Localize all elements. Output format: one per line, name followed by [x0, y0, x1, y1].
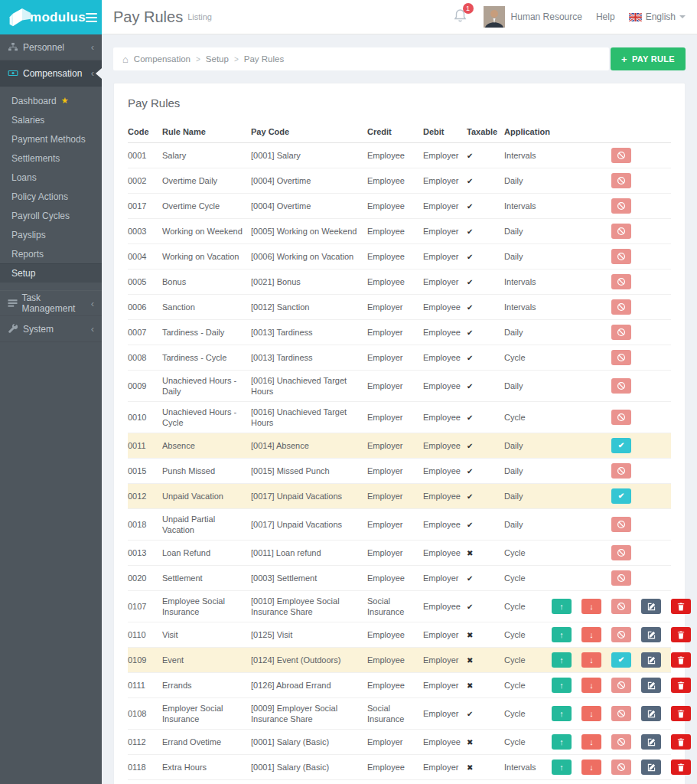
sidebar-item-task-management[interactable]: Task Management ‹: [0, 290, 102, 316]
move-down-button[interactable]: ↓: [581, 652, 601, 668]
breadcrumb-compensation[interactable]: Compensation: [134, 54, 191, 64]
cell-application: Cycle: [504, 622, 552, 648]
cell-credit: Employer: [367, 320, 423, 345]
taxable-x-icon: ✖: [467, 656, 473, 665]
cell-taxable: ✖: [467, 730, 504, 755]
edit-button[interactable]: [641, 652, 661, 668]
sidebar-subitem-payslips[interactable]: Payslips: [0, 225, 102, 244]
disable-button[interactable]: [611, 706, 631, 721]
move-up-button[interactable]: ↑: [552, 734, 572, 750]
disable-button[interactable]: [611, 249, 631, 264]
cell-rule-name: Unachieved Hours - Cycle: [162, 402, 251, 433]
column-header-pay-code: Pay Code: [251, 122, 367, 143]
disable-button[interactable]: [611, 760, 631, 775]
cell-credit: Employer: [367, 345, 423, 371]
disable-button[interactable]: [611, 274, 631, 289]
move-down-button[interactable]: ↓: [581, 734, 601, 750]
disable-button[interactable]: [611, 734, 631, 750]
disable-button[interactable]: [611, 198, 631, 214]
enable-button[interactable]: ✔: [611, 488, 631, 504]
move-up-button[interactable]: ↑: [552, 760, 572, 775]
disable-button[interactable]: [611, 224, 631, 239]
move-down-button[interactable]: ↓: [581, 678, 601, 693]
help-link[interactable]: Help: [596, 11, 615, 22]
cell-code: 0108: [128, 698, 162, 730]
delete-button[interactable]: [671, 599, 691, 614]
sidebar-subitem-dashboard[interactable]: Dashboard★: [0, 91, 102, 110]
disable-button[interactable]: [611, 350, 631, 365]
add-pay-rule-button[interactable]: + PAY RULE: [611, 47, 686, 70]
move-down-button[interactable]: ↓: [581, 599, 601, 614]
enable-button[interactable]: ✔: [611, 438, 631, 453]
disable-button[interactable]: [611, 325, 631, 340]
move-down-button[interactable]: ↓: [581, 627, 601, 642]
move-up-button[interactable]: ↑: [552, 627, 572, 642]
cell-pay-code: [0005] Working on Weekend: [251, 219, 367, 244]
sidebar-subitem-salaries[interactable]: Salaries: [0, 110, 102, 129]
sidebar-subitem-payment-methods[interactable]: Payment Methods: [0, 129, 102, 149]
cell-code: 0118: [128, 755, 162, 780]
delete-button[interactable]: [671, 627, 691, 642]
notifications-button[interactable]: 1: [454, 8, 470, 26]
enable-button[interactable]: ✔: [611, 652, 631, 668]
action-slot-empty: [552, 224, 572, 239]
sidebar-subitem-reports[interactable]: Reports: [0, 244, 102, 263]
user-menu[interactable]: Human Resource: [484, 6, 582, 28]
disable-button[interactable]: [611, 599, 631, 614]
table-row: 0107Employee Social Insurance[0010] Empl…: [128, 591, 671, 622]
action-slot-empty: [641, 224, 661, 239]
disable-button[interactable]: [611, 463, 631, 479]
cell-debit: Employee: [423, 591, 467, 622]
move-up-button[interactable]: ↑: [552, 706, 572, 721]
move-up-button[interactable]: ↑: [552, 678, 572, 693]
breadcrumb-setup[interactable]: Setup: [206, 54, 229, 64]
edit-button[interactable]: [641, 734, 661, 750]
delete-button[interactable]: [671, 652, 691, 668]
sidebar-item-compensation[interactable]: Compensation ‹: [0, 60, 102, 87]
disable-button[interactable]: [611, 173, 631, 188]
edit-button[interactable]: [641, 760, 661, 775]
disable-button[interactable]: [611, 378, 631, 394]
delete-button[interactable]: [671, 678, 691, 693]
sidebar-subitem-setup[interactable]: Setup: [0, 263, 102, 283]
edit-button[interactable]: [641, 678, 661, 693]
sidebar-item-system[interactable]: System ‹: [0, 316, 102, 342]
delete-button[interactable]: [671, 734, 691, 750]
modulus-logo[interactable]: modulus: [8, 6, 86, 29]
cell-pay-code: [0004] Overtime: [251, 194, 367, 219]
sidebar-subitem-payroll-cycles[interactable]: Payroll Cycles: [0, 206, 102, 225]
disable-button[interactable]: [611, 517, 631, 532]
table-row: 0006Sanction[0012] SanctionEmployerEmplo…: [128, 295, 671, 320]
cell-pay-code: [0017] Unpaid Vacations: [251, 509, 367, 541]
disable-button[interactable]: [611, 627, 631, 642]
cell-credit: Employee: [367, 622, 423, 648]
app-window: modulus Pay Rules Listing 1: [0, 0, 697, 784]
delete-button[interactable]: [671, 760, 691, 775]
disable-button[interactable]: [611, 410, 631, 425]
edit-button[interactable]: [641, 706, 661, 721]
move-up-button[interactable]: ↑: [552, 652, 572, 668]
cell-pay-code: [0014] Absence: [251, 433, 367, 459]
sidebar-subitem-loans[interactable]: Loans: [0, 168, 102, 187]
cell-pay-code: [0016] Unachieved Target Hours: [251, 371, 367, 402]
move-up-button[interactable]: ↑: [552, 599, 572, 614]
delete-button[interactable]: [671, 706, 691, 721]
disable-button[interactable]: [611, 678, 631, 693]
move-down-button[interactable]: ↓: [581, 706, 601, 721]
sidebar-subitem-settlements[interactable]: Settlements: [0, 149, 102, 168]
table-row: 0112Errand Ovetime[0001] Salary (Basic)E…: [128, 730, 671, 755]
edit-button[interactable]: [641, 599, 661, 614]
sidebar-subitem-policy-actions[interactable]: Policy Actions: [0, 187, 102, 206]
sidebar-toggle-icon[interactable]: [86, 13, 97, 22]
cell-pay-code: [0124] Event (Outdoors): [251, 648, 367, 673]
sidebar-item-personnel[interactable]: Personnel ‹: [0, 34, 102, 60]
language-selector[interactable]: English: [629, 11, 686, 22]
action-slot-empty: [581, 378, 601, 394]
edit-button[interactable]: [641, 627, 661, 642]
disable-button[interactable]: [611, 545, 631, 560]
disable-button[interactable]: [611, 299, 631, 315]
move-down-button[interactable]: ↓: [581, 760, 601, 775]
column-header-actions: [552, 122, 671, 143]
disable-button[interactable]: [611, 148, 631, 163]
disable-button[interactable]: [611, 570, 631, 586]
